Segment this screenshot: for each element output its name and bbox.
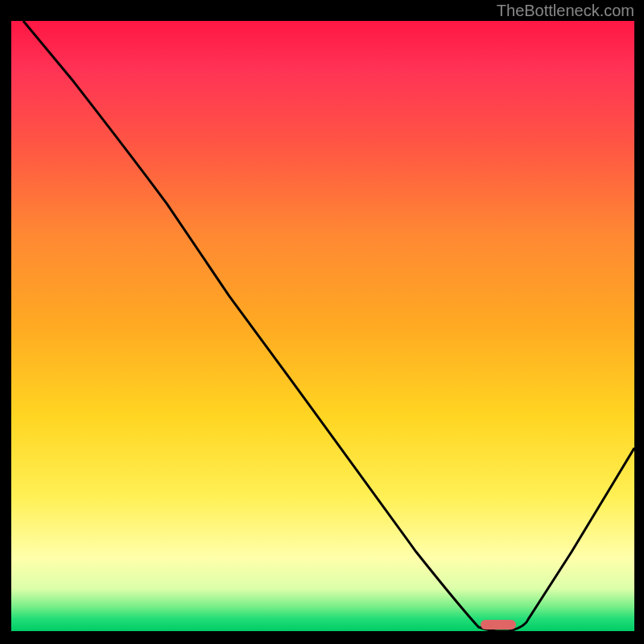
optimal-marker <box>481 620 516 630</box>
chart-curve <box>11 21 634 631</box>
watermark-text: TheBottleneck.com <box>497 2 634 20</box>
curve-path <box>23 21 634 631</box>
chart-plot-area <box>10 21 634 633</box>
